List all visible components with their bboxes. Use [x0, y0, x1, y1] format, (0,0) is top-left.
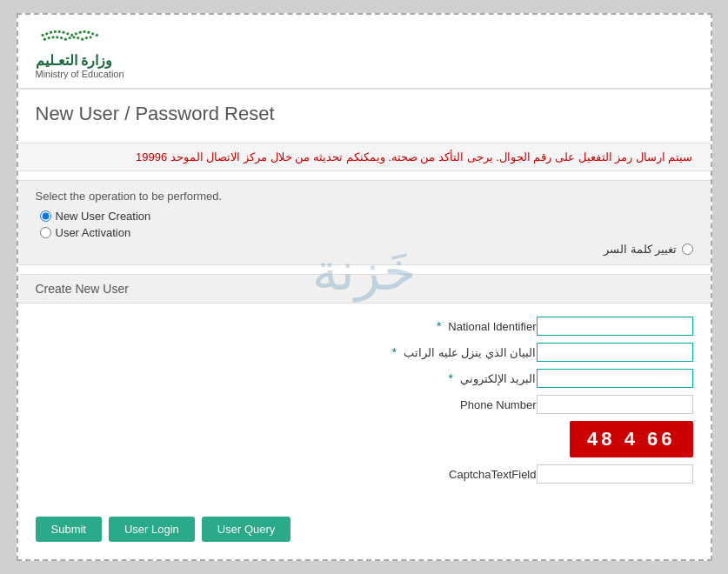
captcha-input-row: CaptchaTextField	[36, 464, 693, 484]
radio-group: New User Creation User Activation تغيير …	[36, 210, 693, 256]
create-section-label: Create New User	[36, 282, 129, 296]
captcha-display-row: 48 4 66	[36, 421, 693, 457]
page-title: New User / Password Reset	[36, 103, 693, 125]
logo-area: وزارة التعـليم Ministry of Education	[36, 28, 124, 79]
operation-label: Select the operation to be performed.	[36, 190, 693, 203]
phone-row: Phone Number	[36, 395, 693, 414]
svg-point-21	[72, 36, 75, 38]
radio-change-password-input[interactable]	[682, 244, 693, 255]
svg-point-22	[77, 37, 79, 39]
user-query-button[interactable]: User Query	[202, 517, 291, 542]
svg-point-17	[56, 36, 58, 38]
svg-point-4	[57, 30, 60, 33]
svg-point-14	[43, 38, 45, 41]
national-id-label: National Identifier	[448, 320, 536, 333]
create-section: Create New User	[18, 274, 711, 304]
svg-point-18	[60, 37, 63, 39]
svg-point-3	[53, 30, 56, 33]
operation-section: Select the operation to be performed. Ne…	[18, 180, 711, 265]
svg-point-12	[91, 32, 94, 35]
svg-point-10	[83, 30, 85, 33]
captcha-input[interactable]	[537, 464, 693, 484]
phone-label: Phone Number	[460, 398, 536, 411]
svg-point-1	[45, 32, 48, 35]
svg-point-20	[68, 37, 70, 39]
svg-point-8	[74, 32, 77, 35]
svg-point-23	[81, 38, 83, 41]
svg-point-7	[70, 34, 73, 37]
email-label: البريد الإلكتروني	[460, 372, 537, 385]
national-id-row: * National Identifier	[36, 317, 693, 336]
ministry-label: Ministry of Education	[36, 69, 124, 79]
submit-button[interactable]: Submit	[36, 517, 102, 542]
svg-point-11	[87, 31, 90, 34]
email-row: * البريد الإلكتروني	[36, 369, 693, 388]
email-input[interactable]	[537, 369, 693, 388]
radio-user-activation-input[interactable]	[40, 227, 51, 238]
salary-row: * البيان الذي ينزل عليه الراتب	[36, 343, 693, 362]
radio-change-password-label: تغيير كلمة السر	[604, 243, 677, 256]
logo-text: وزارة التعـليم	[36, 52, 112, 69]
radio-new-user[interactable]: New User Creation	[40, 210, 693, 223]
page-title-section: New User / Password Reset	[18, 90, 711, 143]
user-login-button[interactable]: User Login	[109, 517, 195, 542]
radio-new-user-input[interactable]	[40, 210, 51, 222]
salary-required: *	[392, 345, 397, 359]
svg-point-9	[78, 31, 81, 34]
salary-label: البيان الذي ينزل عليه الراتب	[404, 346, 536, 359]
radio-new-user-label: New User Creation	[56, 210, 151, 223]
form-area: * National Identifier * البيان الذي ينزل…	[18, 304, 711, 504]
email-required: *	[448, 371, 452, 385]
logo-dots-icon	[36, 28, 105, 52]
svg-point-15	[47, 37, 50, 39]
svg-point-0	[41, 34, 43, 37]
radio-user-activation-label: User Activation	[56, 226, 131, 239]
radio-change-password[interactable]: تغيير كلمة السر	[40, 243, 693, 256]
svg-point-19	[63, 38, 66, 41]
svg-point-24	[84, 37, 87, 39]
svg-point-2	[50, 31, 52, 34]
svg-point-13	[95, 34, 97, 37]
svg-point-5	[62, 31, 64, 34]
national-id-required: *	[437, 319, 441, 333]
svg-point-25	[89, 36, 91, 38]
captcha-display: 48 4 66	[570, 421, 692, 457]
footer-buttons: Submit User Login User Query	[18, 504, 711, 555]
header: وزارة التعـليم Ministry of Education	[18, 15, 711, 89]
page-wrapper: خَزنة	[17, 13, 712, 561]
info-bar: سيتم ارسال رمز التفعيل على رقم الجوال. ي…	[18, 144, 711, 171]
radio-user-activation[interactable]: User Activation	[40, 226, 693, 239]
svg-point-6	[66, 32, 69, 35]
phone-input[interactable]	[537, 395, 693, 414]
salary-input[interactable]	[537, 343, 693, 362]
svg-point-16	[51, 36, 54, 38]
info-message: سيتم ارسال رمز التفعيل على رقم الجوال. ي…	[36, 150, 693, 164]
national-id-input[interactable]	[537, 317, 693, 336]
captcha-label: CaptchaTextField	[449, 468, 536, 481]
